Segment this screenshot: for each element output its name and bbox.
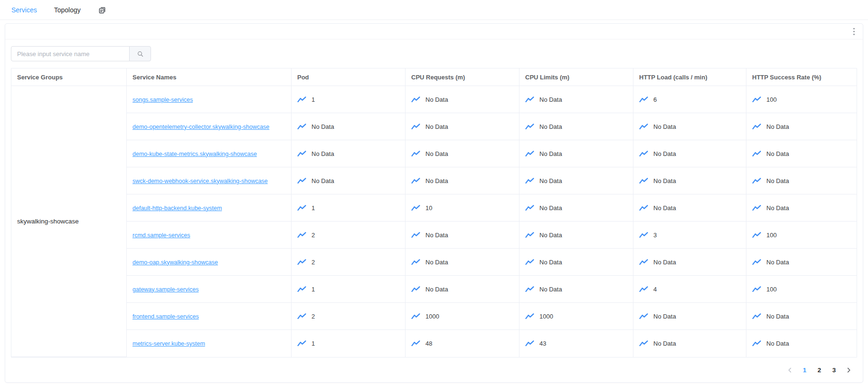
trend-line-icon[interactable] [297, 123, 306, 130]
cpu-requests-cell: 48 [406, 330, 519, 357]
trend-line-icon[interactable] [752, 340, 761, 347]
kebab-menu-icon[interactable] [852, 27, 856, 37]
trend-line-icon[interactable] [297, 150, 306, 157]
trend-line-icon[interactable] [752, 96, 761, 103]
trend-line-icon[interactable] [639, 286, 648, 293]
trend-line-icon[interactable] [525, 340, 534, 347]
cpu-requests-value: No Data [425, 286, 448, 293]
trend-line-icon[interactable] [752, 204, 761, 212]
http-success-rate-value: No Data [766, 204, 789, 212]
service-name-link[interactable]: rcmd.sample-services [132, 232, 190, 239]
trend-line-icon[interactable] [525, 123, 534, 130]
col-header-service-groups: Service Groups [11, 68, 127, 86]
pod-cell: No Data [292, 113, 406, 140]
trend-line-icon[interactable] [411, 177, 420, 184]
trend-line-icon[interactable] [411, 150, 420, 157]
trend-line-icon[interactable] [411, 313, 420, 320]
table-row: swck-demo-webhook-service.skywalking-sho… [11, 167, 857, 194]
pagination-page-3[interactable]: 3 [827, 363, 841, 377]
table-row: skywalking-showcase songs.sample-service… [11, 86, 857, 113]
trend-line-icon[interactable] [525, 232, 534, 239]
service-name-link[interactable]: metrics-server.kube-system [132, 340, 205, 347]
table-row: metrics-server.kube-system 1 48 [11, 330, 857, 357]
services-panel: Service Groups Service Names Pod CPU Req… [5, 23, 863, 383]
trend-line-icon[interactable] [752, 259, 761, 266]
http-success-rate-cell: No Data [746, 303, 857, 330]
pod-value: 2 [311, 232, 315, 239]
pagination-page-1[interactable]: 1 [797, 363, 812, 377]
http-load-cell: 3 [633, 222, 746, 249]
trend-line-icon[interactable] [297, 259, 306, 266]
search-button[interactable] [129, 46, 151, 61]
http-load-value: No Data [653, 313, 676, 320]
tab-services[interactable]: Services [11, 0, 37, 20]
pagination-prev-button[interactable] [783, 363, 797, 377]
trend-line-icon[interactable] [411, 96, 420, 103]
trend-line-icon[interactable] [639, 313, 648, 320]
trend-line-icon[interactable] [525, 313, 534, 320]
trend-line-icon[interactable] [411, 232, 420, 239]
http-success-rate-cell: No Data [746, 167, 857, 194]
cpu-requests-cell: 1000 [406, 303, 519, 330]
trend-line-icon[interactable] [297, 340, 306, 347]
trend-line-icon[interactable] [411, 123, 420, 130]
trend-line-icon[interactable] [525, 204, 534, 212]
trend-line-icon[interactable] [639, 204, 648, 212]
trend-line-icon[interactable] [639, 177, 648, 184]
trend-line-icon[interactable] [525, 177, 534, 184]
service-name-link[interactable]: demo-opentelemetry-collector.skywalking-… [132, 124, 269, 130]
trend-line-icon[interactable] [752, 232, 761, 239]
trend-line-icon[interactable] [752, 286, 761, 293]
service-name-link[interactable]: frontend.sample-services [132, 313, 199, 320]
pagination-next-button[interactable] [841, 363, 856, 377]
trend-line-icon[interactable] [411, 259, 420, 266]
trend-line-icon[interactable] [752, 177, 761, 184]
pod-value: No Data [311, 177, 334, 184]
http-success-rate-cell: No Data [746, 194, 857, 222]
trend-line-icon[interactable] [297, 313, 306, 320]
service-name-link[interactable]: demo-kube-state-metrics.skywalking-showc… [132, 151, 257, 157]
trend-line-icon[interactable] [411, 340, 420, 347]
trend-line-icon[interactable] [639, 340, 648, 347]
trend-line-icon[interactable] [297, 204, 306, 212]
trend-line-icon[interactable] [525, 286, 534, 293]
service-name-link[interactable]: demo-oap.skywalking-showcase [132, 259, 218, 266]
pod-cell: 1 [292, 86, 406, 113]
service-name-cell: songs.sample-services [127, 86, 292, 113]
service-name-cell: demo-kube-state-metrics.skywalking-showc… [127, 140, 292, 167]
col-header-service-names: Service Names [127, 68, 292, 86]
copy-document-icon[interactable] [98, 6, 106, 14]
service-search-input[interactable] [11, 46, 130, 61]
trend-line-icon[interactable] [525, 150, 534, 157]
cpu-limits-value: No Data [539, 204, 562, 212]
trend-line-icon[interactable] [752, 313, 761, 320]
trend-line-icon[interactable] [639, 150, 648, 157]
trend-line-icon[interactable] [411, 204, 420, 212]
service-name-link[interactable]: songs.sample-services [132, 97, 193, 103]
trend-line-icon[interactable] [297, 286, 306, 293]
trend-line-icon[interactable] [639, 96, 648, 103]
trend-line-icon[interactable] [297, 177, 306, 184]
trend-line-icon[interactable] [297, 96, 306, 103]
trend-line-icon[interactable] [525, 259, 534, 266]
trend-line-icon[interactable] [639, 232, 648, 239]
table-header-row: Service Groups Service Names Pod CPU Req… [11, 68, 857, 86]
tab-topology[interactable]: Topology [54, 0, 81, 20]
trend-line-icon[interactable] [297, 232, 306, 239]
service-name-link[interactable]: default-http-backend.kube-system [132, 205, 222, 212]
trend-line-icon[interactable] [752, 150, 761, 157]
pod-value: No Data [311, 150, 334, 157]
http-load-cell: No Data [633, 140, 746, 167]
trend-line-icon[interactable] [411, 286, 420, 293]
trend-line-icon[interactable] [639, 123, 648, 130]
table-row: gateway.sample-services 1 No Data [11, 276, 857, 303]
trend-line-icon[interactable] [752, 123, 761, 130]
http-success-rate-cell: No Data [746, 249, 857, 276]
trend-line-icon[interactable] [639, 259, 648, 266]
trend-line-icon[interactable] [525, 96, 534, 103]
pod-value: 2 [311, 313, 315, 320]
service-name-link[interactable]: gateway.sample-services [132, 286, 198, 293]
pagination-page-2[interactable]: 2 [812, 363, 827, 377]
service-group-cell: skywalking-showcase [11, 86, 127, 357]
service-name-link[interactable]: swck-demo-webhook-service.skywalking-sho… [132, 178, 268, 184]
